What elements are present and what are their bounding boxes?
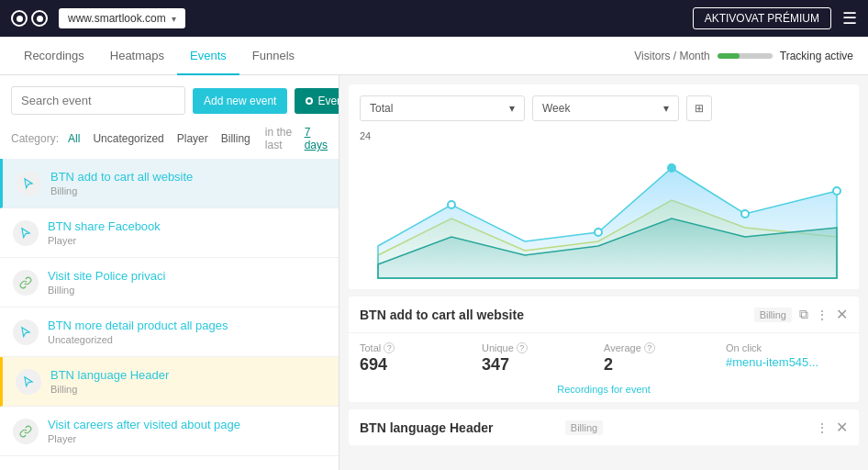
logo bbox=[11, 10, 48, 27]
list-item[interactable]: Visit site Police privaci Billing bbox=[0, 258, 339, 308]
chart-controls: Total ▾ Week ▾ ⊞ bbox=[360, 95, 848, 121]
aktivovat-premium-button[interactable]: AKTIVOVAT PRÉMIUM bbox=[693, 7, 831, 29]
click-icon bbox=[16, 171, 41, 196]
tab-recordings[interactable]: Recordings bbox=[11, 38, 97, 75]
link-icon bbox=[13, 419, 39, 444]
logo-eye-right bbox=[31, 10, 48, 27]
event-text: BTN more detail product all pages Uncate… bbox=[48, 319, 326, 345]
card-title-1: BTN add to cart all website bbox=[360, 308, 747, 322]
event-name: Visit careers after visited about page bbox=[48, 418, 326, 431]
card-header-2: BTN language Header Billing ⋮ ✕ bbox=[349, 409, 859, 445]
event-name: BTN more detail product all pages bbox=[48, 319, 326, 332]
event-category: Billing bbox=[50, 384, 326, 395]
total-label: Total bbox=[370, 102, 393, 115]
stat-onclick-value[interactable]: #menu-item545... bbox=[726, 355, 848, 369]
tab-events[interactable]: Events bbox=[177, 38, 239, 75]
svg-point-5 bbox=[595, 229, 602, 236]
week-dropdown[interactable]: Week ▾ bbox=[532, 95, 679, 121]
chart-svg: 24 Event count bbox=[360, 130, 848, 282]
event-text: BTN share Facebook Player bbox=[48, 219, 326, 246]
event-text: Visit careers after visited about page P… bbox=[48, 418, 326, 444]
add-event-button[interactable]: Add new event bbox=[193, 88, 287, 114]
tab-heatmaps[interactable]: Heatmaps bbox=[97, 38, 177, 75]
click-icon bbox=[13, 319, 39, 345]
total-dropdown[interactable]: Total ▾ bbox=[360, 95, 525, 121]
event-category: Billing bbox=[48, 285, 326, 296]
event-name: Visit site Police privaci bbox=[48, 269, 326, 283]
stat-unique-label: Unique ? bbox=[482, 342, 604, 353]
search-input[interactable] bbox=[11, 86, 185, 115]
event-category: Billing bbox=[50, 185, 326, 196]
event-cards: BTN add to cart all website Billing ⧉ ⋮ … bbox=[339, 297, 868, 470]
svg-point-7 bbox=[741, 210, 749, 218]
screenshot-button[interactable]: ⊞ bbox=[686, 95, 712, 121]
list-item[interactable]: Visit careers after visited about page P… bbox=[0, 407, 339, 456]
stat-total-value: 694 bbox=[360, 355, 482, 375]
event-category: Player bbox=[48, 235, 326, 246]
event-name: BTN language Header bbox=[50, 368, 326, 382]
tracking-active-label: Tracking active bbox=[780, 50, 853, 62]
hamburger-icon[interactable]: ☰ bbox=[842, 8, 857, 28]
recordings-for-event-link[interactable]: Recordings for event bbox=[349, 384, 859, 402]
in-last-label: in the last bbox=[265, 126, 295, 151]
list-item[interactable]: BTN add to cart all website Billing bbox=[0, 159, 339, 208]
copy-icon[interactable]: ⧉ bbox=[799, 307, 808, 322]
category-all[interactable]: All bbox=[64, 130, 83, 147]
main-content: Add new event Event picker Category: All… bbox=[0, 75, 868, 470]
event-name: BTN add to cart all website bbox=[50, 170, 326, 184]
event-name: BTN share Facebook bbox=[48, 219, 326, 233]
tab-funnels[interactable]: Funnels bbox=[239, 38, 307, 75]
url-dropdown-button[interactable]: www.smartlook.com ▾ bbox=[59, 8, 185, 28]
url-text: www.smartlook.com bbox=[68, 12, 166, 25]
stat-total-label: Total ? bbox=[360, 342, 482, 353]
search-row: Add new event Event picker bbox=[0, 75, 339, 122]
link-icon bbox=[13, 270, 39, 296]
event-text: BTN language Header Billing bbox=[50, 368, 326, 395]
days-filter-link[interactable]: 7 days bbox=[305, 126, 328, 151]
card-stats-1: Total ? 694 Unique ? 347 bbox=[349, 333, 859, 384]
chart-area: Total ▾ Week ▾ ⊞ 24 Event count bbox=[349, 84, 859, 289]
chevron-down-icon: ▾ bbox=[663, 102, 669, 115]
stat-average: Average ? 2 bbox=[604, 342, 726, 375]
close-icon[interactable]: ✕ bbox=[836, 419, 848, 436]
list-item[interactable]: BTN language Header Billing bbox=[0, 357, 339, 407]
svg-point-4 bbox=[448, 201, 455, 208]
chart-visualization: Event count bbox=[360, 145, 855, 283]
event-category: Player bbox=[48, 433, 326, 444]
week-label: Week bbox=[542, 102, 570, 115]
more-options-icon[interactable]: ⋮ bbox=[816, 420, 829, 435]
stat-average-label: Average ? bbox=[604, 342, 726, 353]
category-billing[interactable]: Billing bbox=[217, 130, 254, 147]
category-player[interactable]: Player bbox=[173, 130, 212, 147]
chevron-down-icon: ▾ bbox=[509, 102, 515, 115]
visitors-label: Visitors / Month bbox=[634, 50, 709, 62]
nav-right: Visitors / Month Tracking active bbox=[634, 50, 868, 62]
card-title-2: BTN language Header bbox=[360, 420, 558, 435]
stat-onclick: On click #menu-item545... bbox=[726, 342, 848, 375]
list-item[interactable]: BTN share Facebook Player bbox=[0, 208, 339, 258]
svg-point-8 bbox=[833, 187, 840, 195]
chevron-down-icon: ▾ bbox=[172, 14, 176, 24]
stat-average-value: 2 bbox=[604, 355, 726, 375]
card-badge-2: Billing bbox=[565, 420, 603, 435]
list-item[interactable]: BTN more detail product all pages Uncate… bbox=[0, 308, 339, 357]
nav-tabs: Recordings Heatmaps Events Funnels Visit… bbox=[0, 37, 868, 75]
event-category: Uncategorized bbox=[48, 334, 326, 345]
event-picker-button[interactable]: Event picker bbox=[295, 88, 339, 114]
event-picker-dot-icon bbox=[306, 97, 313, 105]
chart-top-number: 24 bbox=[360, 130, 848, 141]
click-icon bbox=[16, 369, 41, 395]
close-icon[interactable]: ✕ bbox=[836, 306, 848, 323]
stat-unique: Unique ? 347 bbox=[482, 342, 604, 375]
card-badge-1: Billing bbox=[754, 308, 792, 322]
category-uncategorized[interactable]: Uncategorized bbox=[89, 130, 167, 147]
more-options-icon[interactable]: ⋮ bbox=[816, 308, 829, 322]
total-help-icon[interactable]: ? bbox=[384, 342, 395, 353]
click-icon bbox=[13, 220, 39, 246]
event-card-1: BTN add to cart all website Billing ⧉ ⋮ … bbox=[349, 297, 859, 402]
svg-point-6 bbox=[668, 164, 675, 172]
average-help-icon[interactable]: ? bbox=[644, 342, 655, 353]
unique-help-icon[interactable]: ? bbox=[517, 342, 528, 353]
card-header-1: BTN add to cart all website Billing ⧉ ⋮ … bbox=[349, 297, 859, 333]
event-card-2: BTN language Header Billing ⋮ ✕ bbox=[349, 409, 859, 445]
